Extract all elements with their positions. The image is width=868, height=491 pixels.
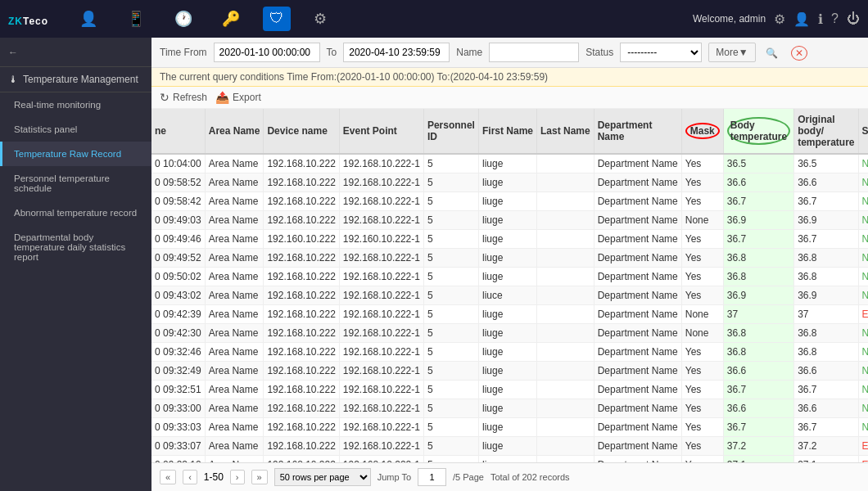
help-icon[interactable]: ? xyxy=(831,11,839,26)
cell-event: 192.168.10.222-1 xyxy=(339,154,423,173)
export-button[interactable]: 📤 Export xyxy=(215,91,261,104)
refresh-button[interactable]: ↻ Refresh xyxy=(160,91,207,104)
cell-personnel-id: 5 xyxy=(423,249,478,268)
cell-body-temp: 37.1 xyxy=(723,456,793,463)
table-row: 0 09:32:46 Area Name 192.168.10.222 192.… xyxy=(151,343,868,362)
cell-event: 192.160.10.222-1 xyxy=(339,230,423,249)
cell-personnel-id: 5 xyxy=(423,192,478,211)
cell-personnel-id: 5 xyxy=(423,418,478,437)
jump-to-input[interactable] xyxy=(418,468,446,486)
sidebar-item-personnel-temp[interactable]: Personnel temperature schedule xyxy=(0,166,151,200)
cell-event: 192.168.10.222-1 xyxy=(339,456,423,463)
cell-body-temp: 36.8 xyxy=(723,343,793,362)
last-page-button[interactable]: » xyxy=(251,470,268,484)
jump-to-label: Jump To xyxy=(377,472,411,482)
nav-person-icon[interactable]: 👤 xyxy=(73,7,104,31)
nav-clock-icon[interactable]: 🕐 xyxy=(168,7,199,31)
cell-time: 0 09:42:39 xyxy=(151,305,205,324)
action-bar: ↻ Refresh 📤 Export xyxy=(151,87,868,109)
power-icon[interactable]: ⏻ xyxy=(847,11,860,26)
nav-settings-icon[interactable]: ⚙ xyxy=(307,7,333,31)
table-row: 0 10:04:00 Area Name 192.168.10.222 192.… xyxy=(151,154,868,173)
cell-dept: Department Name xyxy=(594,362,681,381)
cell-first-name: liuge xyxy=(478,192,536,211)
cell-original-temp: 36.6 xyxy=(794,399,858,418)
info-icon[interactable]: ℹ xyxy=(818,11,823,27)
status-label: Status xyxy=(585,47,613,58)
table-row: 0 09:33:00 Area Name 192.168.10.222 192.… xyxy=(151,399,868,418)
nav-access-icon[interactable]: 🔑 xyxy=(215,7,246,31)
cell-personnel-id: 5 xyxy=(423,305,478,324)
cell-time: 0 09:33:03 xyxy=(151,418,205,437)
cell-time: 0 09:43:02 xyxy=(151,286,205,305)
cell-time: 0 09:32:51 xyxy=(151,381,205,399)
cell-event: 192.168.10.222-1 xyxy=(339,418,423,437)
sidebar-item-raw-record[interactable]: Temperature Raw Record xyxy=(0,142,151,166)
cell-first-name: liuge xyxy=(478,343,536,362)
cell-area: Area Name xyxy=(205,173,264,192)
cell-status: Normal xyxy=(858,211,868,230)
cell-event: 192.168.10.222-1 xyxy=(339,399,423,418)
sidebar-section-header: 🌡 Temperature Management xyxy=(0,67,151,92)
cell-last-name xyxy=(537,211,594,230)
cell-mask: Yes xyxy=(681,192,723,211)
welcome-text: Welcome, admin xyxy=(693,13,766,25)
table-row: 0 09:32:51 Area Name 192.168.10.222 192.… xyxy=(151,381,868,399)
name-input[interactable] xyxy=(489,43,579,62)
sidebar-item-abnormal[interactable]: Abnormal temperature record xyxy=(0,200,151,225)
query-info-bar: The current query conditions Time From:(… xyxy=(151,68,868,87)
cell-area: Area Name xyxy=(205,399,264,418)
table-row: 0 09:32:49 Area Name 192.168.10.222 192.… xyxy=(151,362,868,381)
sidebar-item-dept-report[interactable]: Departmental body temperature daily stat… xyxy=(0,225,151,269)
cell-device: 192.168.10.222 xyxy=(264,437,339,456)
cell-last-name xyxy=(537,399,594,418)
status-select[interactable]: --------- Normal Exception xyxy=(620,43,702,62)
cell-status: Normal xyxy=(858,286,868,305)
sidebar-item-statistics[interactable]: Statistics panel xyxy=(0,117,151,142)
cell-area: Area Name xyxy=(205,286,264,305)
sidebar-item-realtime[interactable]: Real-time monitoring xyxy=(0,92,151,117)
nav-mobile-icon[interactable]: 📱 xyxy=(120,7,151,31)
nav-shield-icon[interactable]: 🛡 xyxy=(263,7,291,31)
cell-first-name: liuge xyxy=(478,418,536,437)
cell-original-temp: 36.7 xyxy=(794,381,858,399)
search-button[interactable]: 🔍 xyxy=(762,43,781,61)
user-icon[interactable]: 👤 xyxy=(793,11,810,27)
cell-device: 192.168.10.222 xyxy=(264,418,339,437)
table-row: 0 09:43:02 Area Name 192.168.10.222 192.… xyxy=(151,286,868,305)
first-page-button[interactable]: « xyxy=(160,470,176,484)
rows-per-page-select[interactable]: 50 rows per page 100 rows per page 200 r… xyxy=(274,468,371,486)
clear-button[interactable]: ✕ xyxy=(788,43,811,61)
next-page-button[interactable]: › xyxy=(230,470,245,484)
cell-personnel-id: 5 xyxy=(423,230,478,249)
col-header-first-name: First Name xyxy=(478,109,536,154)
cell-mask: Yes xyxy=(681,343,723,362)
sidebar-back-button[interactable]: ← xyxy=(0,38,151,67)
table-row: 0 09:49:46 Area Name 192.160.10.222 192.… xyxy=(151,230,868,249)
cell-status: Normal xyxy=(858,418,868,437)
cell-area: Area Name xyxy=(205,305,264,324)
time-from-input[interactable] xyxy=(214,43,320,62)
cell-last-name xyxy=(537,249,594,268)
cell-original-temp: 36.7 xyxy=(794,230,858,249)
cell-area: Area Name xyxy=(205,324,264,343)
cell-status: Exception xyxy=(858,456,868,463)
settings-icon[interactable]: ⚙ xyxy=(774,11,785,27)
cell-personnel-id: 5 xyxy=(423,399,478,418)
cell-last-name xyxy=(537,456,594,463)
cell-first-name: liuge xyxy=(478,456,536,463)
cell-first-name: liuge xyxy=(478,324,536,343)
cell-original-temp: 36.7 xyxy=(794,418,858,437)
logo-teco: Teco xyxy=(23,16,48,27)
cell-dept: Department Name xyxy=(594,154,681,173)
cell-personnel-id: 5 xyxy=(423,173,478,192)
cell-device: 192.168.10.222 xyxy=(264,154,339,173)
cell-last-name xyxy=(537,324,594,343)
cell-area: Area Name xyxy=(205,268,264,286)
cell-dept: Department Name xyxy=(594,437,681,456)
time-to-input[interactable] xyxy=(343,43,450,62)
clear-icon: ✕ xyxy=(791,46,807,61)
cell-mask: Yes xyxy=(681,418,723,437)
more-button[interactable]: More▼ xyxy=(708,43,755,62)
prev-page-button[interactable]: ‹ xyxy=(183,470,197,484)
